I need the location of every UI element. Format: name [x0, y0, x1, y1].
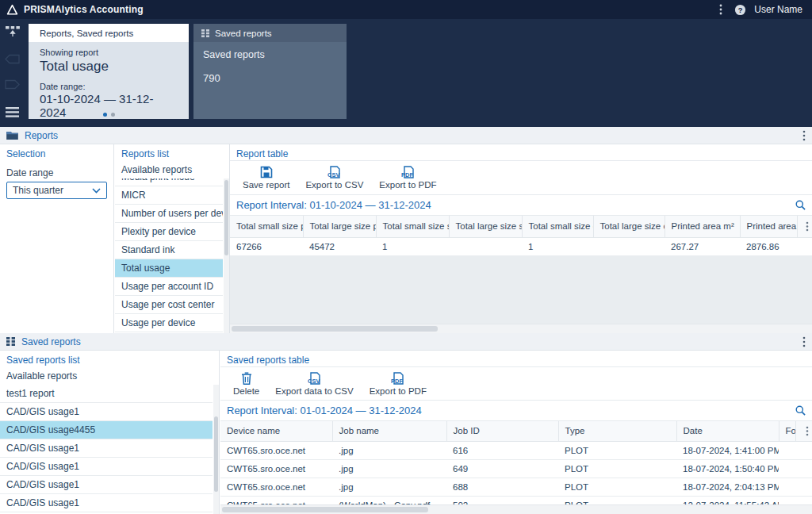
cell-filler	[795, 459, 812, 478]
report-list-item[interactable]: Standard ink	[115, 241, 223, 259]
export-pdf-button[interactable]: PDF Export to PDF	[371, 164, 444, 191]
report-table-hscrollbar-thumb[interactable]	[232, 326, 438, 332]
tag-left-icon[interactable]	[5, 52, 20, 66]
report-list-item[interactable]: Usage per account ID	[115, 278, 223, 296]
app-header: PRISMAlytics Accounting ? User Name	[0, 0, 812, 19]
table-cell: CWT65.sro.oce.net	[220, 441, 332, 459]
table-cell: .jpg	[332, 478, 446, 496]
pager-dot-active[interactable]	[103, 113, 107, 117]
saved-report-interval-row: Report Interval: 01-01-2024 — 31-12-2024	[220, 401, 812, 421]
table-row: CWT65.sro.oce.net.jpg616PLOT18-07-2024, …	[220, 441, 812, 459]
report-list-item[interactable]: Number of users per device	[115, 205, 223, 223]
column-header-filler	[797, 216, 812, 237]
saved-reports-list: test1 reportCAD/GIS usage1CAD/GIS usage4…	[0, 385, 213, 514]
saved-report-list-item[interactable]: test1 report	[0, 385, 213, 403]
search-icon[interactable]	[795, 200, 806, 210]
export-pdf-label: Export to PDF	[379, 180, 436, 190]
report-table-panel: Report table Save report CSV Export to C…	[230, 144, 812, 333]
report-table-header-row: Total small size p...Total large size p.…	[230, 216, 812, 237]
search-icon[interactable]	[795, 405, 806, 416]
reports-list-scrollbar-thumb[interactable]	[224, 180, 228, 255]
table-cell: 67266	[230, 237, 303, 255]
column-header[interactable]: Total small size c...	[522, 216, 593, 237]
report-list-item[interactable]: MICR	[115, 186, 223, 205]
reports-list-title: Reports list	[115, 144, 229, 161]
cell-filler	[795, 441, 812, 459]
table-cell	[449, 237, 522, 255]
table-cell: .jpg	[332, 441, 446, 459]
help-icon[interactable]: ?	[730, 0, 749, 19]
pager-dot[interactable]	[111, 113, 115, 117]
report-list-item[interactable]: Usage per device	[115, 314, 223, 332]
saved-section-title: Saved reports	[21, 336, 796, 347]
column-header[interactable]: Total large size c...	[593, 216, 665, 237]
column-header[interactable]: Total large size p...	[303, 216, 376, 237]
column-header[interactable]: Type	[558, 421, 676, 441]
reports-section-title: Reports	[25, 130, 796, 141]
saved-report-list-item[interactable]: CAD/GIS usage4455	[0, 421, 213, 439]
column-header[interactable]: Printed area...	[740, 216, 797, 237]
showing-report-value: Total usage	[40, 59, 178, 75]
report-list-item[interactable]: Media print mode	[115, 178, 223, 186]
table-cell: 18-07-2024, 1:50:40 PM	[676, 459, 779, 478]
dashboard-band: Reports, Saved reports Showing report To…	[0, 19, 812, 127]
overflow-menu-icon[interactable]	[711, 0, 730, 19]
report-list-item[interactable]: Plexity per device	[115, 223, 223, 241]
saved-report-list-item[interactable]: CAD/GIS usage1	[0, 494, 213, 512]
table-cell: 45472	[303, 237, 376, 255]
table-cell: PLOT	[558, 478, 676, 496]
saved-list-scrollbar-thumb[interactable]	[214, 416, 218, 492]
save-report-button[interactable]: Save report	[235, 164, 297, 191]
column-header[interactable]: Total large size s...	[449, 216, 522, 237]
column-header[interactable]: Job ID	[446, 421, 558, 441]
svg-text:?: ?	[737, 6, 742, 13]
saved-card-count: 790	[203, 72, 337, 84]
saved-table-hscrollbar-thumb[interactable]	[222, 507, 428, 512]
svg-text:PDF: PDF	[391, 378, 403, 385]
saved-section-menu-icon[interactable]	[802, 336, 806, 347]
date-range-select[interactable]: This quarter	[6, 182, 107, 199]
export-pdf-button[interactable]: PDF Export to PDF	[362, 370, 435, 397]
hierarchy-icon[interactable]	[5, 25, 20, 39]
reports-section-header: Reports	[0, 127, 812, 144]
reports-card-header: Reports, Saved reports	[29, 24, 189, 42]
table-cell: CWT65.sro.oce.net	[220, 459, 332, 478]
export-data-csv-label: Export data to CSV	[275, 386, 353, 396]
saved-report-list-item[interactable]: CAD/GIS usage1	[0, 439, 213, 458]
saved-table-hscrollbar-track	[220, 504, 812, 514]
column-header[interactable]: Fo	[779, 421, 795, 441]
table-cell: 18-07-2024, 1:41:00 PM	[676, 441, 779, 459]
report-table-toolbar: Save report CSV Export to CSV PDF Export…	[230, 161, 812, 195]
saved-reports-list-title: Saved reports list	[0, 351, 219, 367]
tag-right-icon[interactable]	[5, 78, 20, 91]
column-header[interactable]: Printed area m²	[665, 216, 740, 237]
column-header[interactable]: Date	[676, 421, 779, 441]
export-csv-button[interactable]: CSV Export to CSV	[297, 164, 371, 191]
column-header[interactable]: Job name	[332, 421, 446, 441]
reports-summary-card[interactable]: Reports, Saved reports Showing report To…	[29, 24, 189, 119]
selection-panel-title: Selection	[0, 144, 113, 161]
report-list-item[interactable]: Usage per cost center	[115, 296, 223, 314]
saved-report-interval-text: Report Interval: 01-01-2024 — 31-12-2024	[227, 405, 422, 416]
saved-report-list-item[interactable]: CAD/GIS usage1	[0, 458, 213, 476]
column-header[interactable]: Total small size p...	[230, 216, 303, 237]
saved-reports-summary-card[interactable]: Saved reports Saved reports 790	[193, 24, 347, 119]
column-header[interactable]: Total small size s...	[376, 216, 449, 237]
column-header[interactable]: Device name	[220, 421, 332, 441]
user-menu[interactable]: User Name	[754, 4, 802, 15]
saved-report-list-item[interactable]: CAD/GIS usage1	[0, 403, 213, 421]
saved-reports-section: Saved reports Saved reports list Availab…	[0, 333, 812, 514]
reports-section-menu-icon[interactable]	[802, 130, 806, 141]
delete-button[interactable]: Delete	[225, 370, 267, 397]
saved-card-label: Saved reports	[203, 49, 337, 60]
saved-report-list-item[interactable]: CAD/GIS usage1	[0, 476, 213, 494]
report-table-columns-menu-icon[interactable]	[806, 221, 809, 232]
hamburger-menu-icon[interactable]	[5, 105, 20, 119]
saved-reports-table-panel: Saved reports table Delete CSV Export da…	[220, 351, 812, 514]
saved-reports-list-panel: Saved reports list Available reports tes…	[0, 351, 220, 514]
report-list-item[interactable]: Total usage	[115, 259, 223, 278]
csv-icon: CSV	[327, 166, 342, 178]
reports-card-body: Showing report Total usage Date range: 0…	[29, 42, 189, 119]
export-data-csv-button[interactable]: CSV Export data to CSV	[267, 370, 361, 397]
saved-table-columns-menu-icon[interactable]	[806, 426, 809, 436]
